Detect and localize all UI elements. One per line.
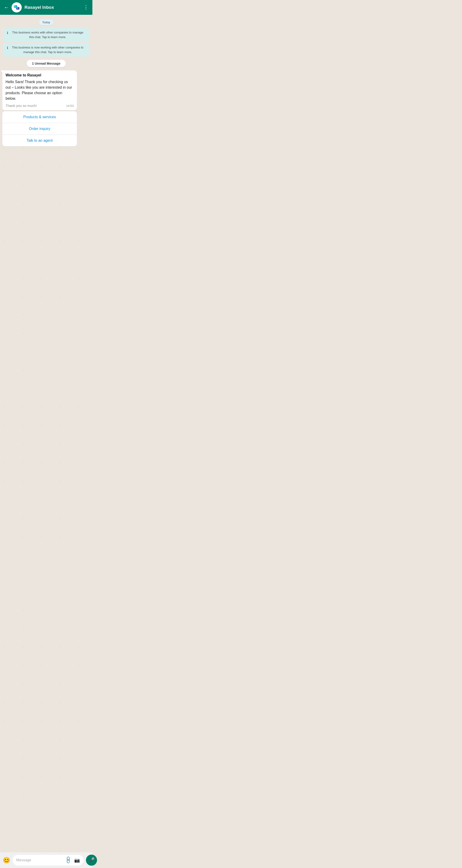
message-body: Hello Sara! Thank you for checking us ou… [5, 79, 74, 101]
camera-button[interactable]: 📷 [74, 857, 80, 863]
date-label: Today [39, 20, 54, 25]
chat-area: Today ℹ This business works with other c… [0, 15, 92, 851]
mic-button[interactable]: 🎤 [86, 855, 92, 866]
message-bubble: Welcome to Rasayel Hello Sara! Thank you… [2, 70, 77, 110]
attach-button[interactable]: 🔗 [64, 856, 73, 864]
unread-divider: 1 Unread Message [2, 60, 90, 67]
back-button[interactable]: ← [4, 4, 9, 11]
options-wrapper: Products & services Order inquiry Talk t… [2, 111, 77, 146]
header-title: Rasayel Inbox [25, 5, 83, 10]
message-input[interactable] [16, 858, 62, 862]
svg-rect-3 [14, 6, 16, 7]
option-order-inquiry[interactable]: Order inquiry [2, 123, 77, 134]
system-message-2[interactable]: ℹ This business is now working with othe… [3, 43, 89, 57]
svg-rect-6 [17, 8, 18, 9]
emoji-button[interactable]: 😊 [3, 857, 10, 864]
message-time: 14:53 [66, 104, 74, 107]
input-bar: 😊 🔗 📷 🎤 [0, 852, 92, 868]
header: ← Rasayel Inbox ⋮ [0, 0, 92, 15]
more-options-button[interactable]: ⋮ [83, 4, 89, 10]
message-footer: Thank you so much! 14:53 [5, 104, 74, 107]
system-message-text-1: This business works with other companies… [10, 30, 85, 39]
svg-rect-2 [14, 5, 16, 6]
mic-icon: 🎤 [88, 857, 93, 863]
option-products-services[interactable]: Products & services [2, 111, 77, 123]
svg-rect-5 [17, 7, 18, 8]
info-icon-2: ℹ [7, 45, 8, 50]
system-message-1[interactable]: ℹ This business works with other compani… [3, 28, 89, 41]
message-title: Welcome to Rasayel [5, 73, 74, 78]
info-icon-1: ℹ [7, 30, 8, 35]
avatar [11, 2, 22, 12]
message-input-wrapper: 🔗 📷 [12, 855, 84, 865]
message-container: Welcome to Rasayel Hello Sara! Thank you… [2, 70, 90, 146]
system-message-text-2: This business is now working with other … [10, 45, 85, 54]
message-sub: Thank you so much! [5, 104, 37, 107]
unread-label: 1 Unread Message [27, 60, 66, 67]
option-talk-to-agent[interactable]: Talk to an agent [2, 134, 77, 146]
date-separator: Today [2, 20, 90, 25]
